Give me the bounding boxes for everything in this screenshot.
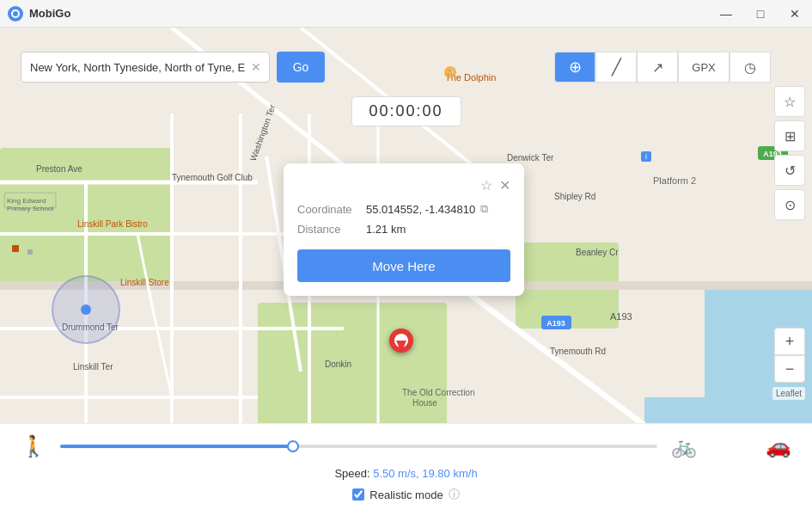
svg-text:Platform 2: Platform 2	[653, 175, 696, 186]
svg-text:House: House	[412, 398, 437, 408]
share-button[interactable]: ↗	[637, 52, 678, 83]
rotate-icon: ↺	[785, 163, 796, 179]
zoom-in-button[interactable]: +	[774, 328, 805, 355]
svg-rect-63	[12, 245, 19, 252]
title-bar: MobiGo — □ ✕	[0, 0, 812, 28]
search-clear-button[interactable]: ✕	[249, 60, 263, 74]
zoom-out-icon: −	[785, 360, 795, 378]
svg-text:King Edward: King Edward	[7, 197, 46, 205]
search-bar: ✕ Go	[21, 52, 325, 83]
top-toolbar: ⊕ ╱ ↗ GPX ◷	[554, 52, 812, 83]
window-controls: — □ ✕	[709, 0, 812, 28]
distance-value: 1.21 km	[366, 223, 406, 236]
car-icon[interactable]: 🚗	[766, 434, 791, 458]
move-here-button[interactable]: Move Here	[297, 249, 510, 282]
svg-text:Linskill Park Bistro: Linskill Park Bistro	[77, 219, 148, 229]
star-rt-icon: ☆	[784, 94, 796, 110]
speed-ms: 5.50 m/s,	[373, 467, 418, 480]
svg-text:Tynemouth Golf Club: Tynemouth Golf Club	[172, 173, 253, 182]
realistic-row: Realistic mode ⓘ	[21, 487, 791, 502]
realistic-label: Realistic mode	[369, 488, 443, 501]
pen-icon: ╱	[612, 58, 621, 77]
right-toolbar: ☆ ⊞ ↺ ⊙	[774, 86, 805, 220]
svg-text:Preston Ave: Preston Ave	[36, 164, 82, 174]
logo-icon	[7, 5, 24, 22]
zoom-out-button[interactable]: −	[774, 355, 805, 383]
svg-point-2	[13, 11, 18, 16]
svg-text:The Old Correction: The Old Correction	[402, 388, 474, 397]
zoom-controls: + −	[774, 328, 805, 383]
favorite-button[interactable]: ☆	[774, 86, 805, 117]
speed-kmh: 19.80 km/h	[422, 467, 477, 480]
layers-button[interactable]: ⊞	[774, 120, 805, 151]
route-button[interactable]: ╱	[595, 52, 637, 83]
popup-star-button[interactable]: ☆	[480, 177, 492, 194]
maximize-button[interactable]: □	[743, 0, 778, 28]
coordinate-label: Coordinate	[297, 203, 366, 216]
compass-dot	[81, 304, 91, 315]
leaflet-attribution: Leaflet	[772, 387, 805, 400]
speed-label: Speed:	[334, 467, 369, 480]
transport-row: 🚶 🚲 🚗	[21, 434, 791, 458]
teleport-icon: ⊕	[569, 58, 582, 77]
svg-text:Linskill Ter: Linskill Ter	[73, 362, 113, 372]
timer: 00:00:00	[351, 96, 461, 126]
realistic-checkbox[interactable]	[352, 488, 364, 501]
coordinate-value: 55.014552, -1.434810 ⧉	[366, 202, 488, 216]
history-icon: ◷	[744, 59, 756, 76]
realistic-info-icon[interactable]: ⓘ	[449, 487, 460, 502]
target-button[interactable]: ⊙	[774, 189, 805, 220]
coordinate-text: 55.014552, -1.434810	[366, 203, 475, 216]
speed-text: Speed: 5.50 m/s, 19.80 km/h	[21, 467, 791, 480]
bike-icon[interactable]: 🚲	[671, 434, 697, 458]
speed-slider-thumb	[287, 440, 299, 452]
app-logo: MobiGo	[7, 5, 70, 22]
coordinate-row: Coordinate 55.014552, -1.434810 ⧉	[297, 202, 510, 216]
svg-text:Linskill Store: Linskill Store	[120, 278, 169, 287]
walk-icon[interactable]: 🚶	[21, 434, 46, 458]
zoom-in-icon: +	[785, 333, 795, 351]
svg-text:A193: A193	[610, 311, 632, 322]
compass-circle	[52, 275, 120, 344]
svg-text:Denwick Ter: Denwick Ter	[507, 153, 554, 163]
history-button[interactable]: ◷	[730, 52, 771, 83]
search-input[interactable]	[21, 52, 270, 83]
popup-close-button[interactable]: ✕	[499, 177, 510, 194]
layers-icon: ⊞	[785, 128, 796, 144]
go-button[interactable]: Go	[277, 52, 325, 83]
speed-slider-fill	[60, 445, 299, 448]
close-button[interactable]: ✕	[778, 0, 812, 28]
distance-row: Distance 1.21 km	[297, 223, 510, 236]
timer-value: 00:00:00	[369, 102, 443, 120]
svg-text:Primary School: Primary School	[7, 205, 53, 212]
target-icon: ⊙	[785, 197, 796, 213]
svg-text:A193: A193	[546, 319, 565, 328]
svg-text:Beanley Cr: Beanley Cr	[576, 248, 619, 257]
share-icon: ↗	[652, 59, 663, 76]
location-pin[interactable]	[389, 329, 413, 366]
location-popup: ☆ ✕ Coordinate 55.014552, -1.434810 ⧉ Di…	[284, 163, 524, 296]
svg-text:🍴: 🍴	[446, 68, 456, 78]
svg-text:Tynemouth Rd: Tynemouth Rd	[550, 347, 606, 356]
close-icon: ✕	[499, 178, 510, 193]
speed-slider[interactable]	[60, 445, 657, 448]
star-icon: ☆	[480, 178, 492, 193]
popup-header: ☆ ✕	[297, 177, 510, 194]
rotate-button[interactable]: ↺	[774, 155, 805, 186]
svg-text:i: i	[645, 152, 647, 161]
svg-text:Donkin: Donkin	[325, 359, 351, 369]
speed-panel: 🚶 🚲 🚗 Speed: 5.50 m/s, 19.80 km/h Realis…	[0, 423, 812, 516]
app-name: MobiGo	[29, 7, 70, 20]
gpx-button[interactable]: GPX	[678, 52, 730, 83]
copy-icon[interactable]: ⧉	[480, 202, 488, 216]
svg-rect-64	[27, 249, 33, 255]
minimize-button[interactable]: —	[709, 0, 743, 28]
distance-label: Distance	[297, 223, 366, 236]
teleport-button[interactable]: ⊕	[554, 52, 595, 83]
svg-text:Shipley Rd: Shipley Rd	[554, 192, 595, 201]
